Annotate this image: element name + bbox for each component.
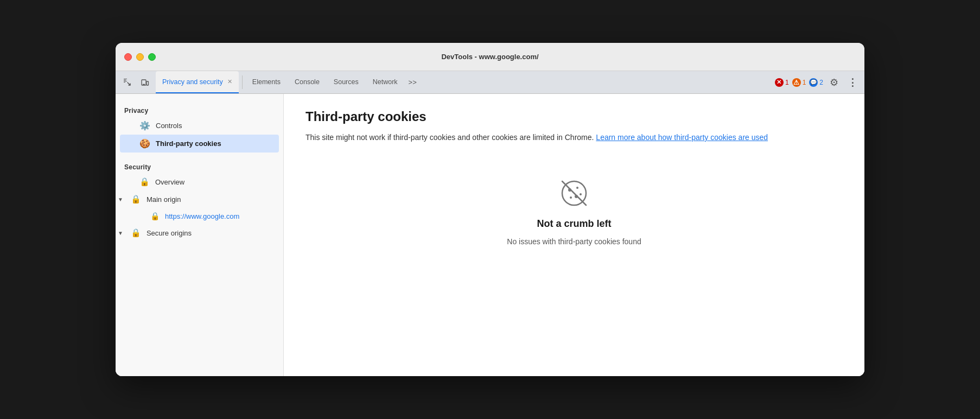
warn-badge-icon: ⚠ — [792, 78, 801, 87]
svg-rect-3 — [124, 82, 125, 82]
title-bar: DevTools - www.google.com/ — [116, 43, 864, 71]
info-badge-count: 2 — [819, 79, 823, 86]
content-description: This site might not work if third-party … — [306, 132, 843, 143]
tab-elements-label: Elements — [252, 78, 281, 86]
tab-close-icon[interactable]: ✕ — [227, 78, 232, 85]
empty-state: Not a crumb left No issues with third-pa… — [306, 176, 843, 246]
svg-rect-0 — [124, 79, 127, 79]
traffic-lights — [124, 53, 156, 61]
secure-origins-lock-icon: 🔒 — [131, 228, 141, 238]
secure-origins-arrow-icon: ▼ — [118, 230, 123, 236]
svg-point-12 — [580, 193, 582, 195]
svg-rect-2 — [124, 81, 127, 81]
info-badge[interactable]: 💬 2 — [809, 78, 823, 87]
tab-privacy-security[interactable]: Privacy and security ✕ — [156, 71, 239, 93]
tab-sources-label: Sources — [334, 78, 359, 86]
sidebar-third-party-label: Third-party cookies — [156, 139, 221, 148]
info-badge-icon: 💬 — [809, 78, 818, 87]
warn-badge[interactable]: ⚠ 1 — [792, 78, 806, 87]
svg-rect-1 — [124, 80, 126, 80]
tab-network-label: Network — [373, 78, 398, 86]
tab-separator-1 — [242, 75, 243, 89]
sidebar-item-controls[interactable]: ⚙️ Controls — [120, 117, 279, 135]
warn-badge-count: 1 — [803, 79, 806, 86]
more-tabs-button[interactable]: >> — [405, 71, 420, 93]
svg-point-9 — [576, 187, 578, 189]
cookie-icon: 🍪 — [139, 138, 150, 149]
content-description-text: This site might not work if third-party … — [306, 133, 594, 142]
content-title: Third-party cookies — [306, 109, 843, 124]
main-origin-lock-icon: 🔒 — [131, 194, 141, 204]
tab-elements[interactable]: Elements — [246, 71, 287, 93]
device-toolbar-icon[interactable] — [137, 75, 152, 90]
sidebar-overview-label: Overview — [155, 178, 184, 186]
empty-state-title: Not a crumb left — [537, 218, 611, 230]
main-area: Privacy ⚙️ Controls 🍪 Third-party cookie… — [116, 94, 864, 376]
content-panel: Third-party cookies This site might not … — [284, 94, 864, 376]
empty-state-subtitle: No issues with third-party cookies found — [507, 237, 641, 246]
google-url-lock-icon: 🔒 — [150, 212, 160, 220]
svg-point-11 — [570, 196, 572, 199]
toolbar-icons — [120, 71, 152, 93]
error-badge[interactable]: ✕ 1 — [775, 78, 789, 87]
error-badge-icon: ✕ — [775, 78, 784, 87]
sidebar-section-security: Security — [116, 159, 283, 173]
tab-network[interactable]: Network — [366, 71, 404, 93]
tab-console[interactable]: Console — [288, 71, 326, 93]
error-badge-count: 1 — [785, 79, 789, 86]
google-url-link[interactable]: https://www.google.com — [165, 212, 239, 220]
tab-bar-right: ✕ 1 ⚠ 1 💬 2 ⚙ ⋮ — [775, 71, 860, 93]
sidebar-item-google-url[interactable]: 🔒 https://www.google.com — [120, 208, 279, 224]
more-options-icon[interactable]: ⋮ — [845, 75, 860, 90]
main-origin-arrow-icon: ▼ — [118, 196, 123, 202]
sidebar-controls-label: Controls — [156, 122, 182, 130]
tab-bar: Privacy and security ✕ Elements Console … — [116, 71, 864, 94]
content-learn-more-link[interactable]: Learn more about how third-party cookies… — [596, 133, 768, 142]
maximize-button[interactable] — [148, 53, 156, 61]
sidebar-item-overview[interactable]: 🔒 Overview — [120, 173, 279, 191]
overview-lock-icon: 🔒 — [139, 177, 150, 187]
no-cookie-icon — [557, 176, 591, 211]
devtools-window: DevTools - www.google.com/ — [116, 43, 864, 376]
inspect-element-icon[interactable] — [120, 75, 135, 90]
sidebar-item-secure-origins[interactable]: ▼ 🔒 Secure origins — [120, 224, 279, 242]
tab-sources[interactable]: Sources — [327, 71, 365, 93]
settings-icon[interactable]: ⚙ — [826, 75, 842, 90]
tab-console-label: Console — [295, 78, 320, 86]
sidebar: Privacy ⚙️ Controls 🍪 Third-party cookie… — [116, 94, 284, 376]
controls-gear-icon: ⚙️ — [139, 120, 150, 131]
close-button[interactable] — [124, 53, 132, 61]
svg-rect-5 — [147, 81, 149, 85]
tab-privacy-security-label: Privacy and security — [162, 78, 223, 86]
sidebar-item-third-party-cookies[interactable]: 🍪 Third-party cookies — [120, 135, 279, 153]
sidebar-section-privacy: Privacy — [116, 103, 283, 117]
minimize-button[interactable] — [136, 53, 144, 61]
sidebar-main-origin-label: Main origin — [147, 195, 181, 204]
sidebar-secure-origins-label: Secure origins — [147, 229, 192, 237]
sidebar-item-main-origin[interactable]: ▼ 🔒 Main origin — [120, 191, 279, 208]
window-title: DevTools - www.google.com/ — [441, 53, 538, 61]
